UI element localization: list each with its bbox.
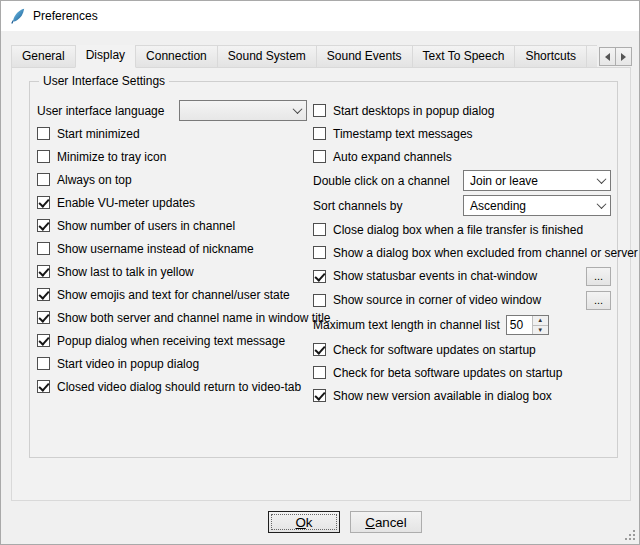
checkbox-label: Start video in popup dialog (57, 357, 199, 371)
ok-button[interactable]: Ok (268, 511, 340, 533)
tab-connection[interactable]: Connection (135, 45, 218, 68)
checkbox-box[interactable] (313, 389, 326, 402)
user-interface-settings-group: User Interface Settings User interface l… (29, 81, 618, 458)
max-text-length-spinner[interactable]: 50 ▲ ▼ (506, 315, 549, 335)
checkbox-box[interactable] (37, 357, 50, 370)
checkbox-box[interactable] (313, 294, 326, 307)
checkbox-start-minimized[interactable]: Start minimized (37, 122, 309, 145)
checkbox-label: Close dialog box when a file transfer is… (333, 223, 583, 237)
chevron-down-icon (288, 101, 306, 120)
checkbox-label: Show a dialog box when excluded from cha… (333, 246, 638, 260)
left-column: User interface language Start minimized … (37, 99, 309, 457)
checkbox-timestamp-text-messages[interactable]: Timestamp text messages (313, 122, 613, 145)
checkbox-box[interactable] (37, 288, 50, 301)
checkbox-box[interactable] (37, 242, 50, 255)
checkbox-auto-expand-channels[interactable]: Auto expand channels (313, 145, 613, 168)
sort-channels-dropdown[interactable]: Ascending (463, 195, 611, 216)
checkbox-always-on-top[interactable]: Always on top (37, 168, 309, 191)
max-text-length-label: Maximum text length in channel list (313, 318, 500, 332)
checkbox-box[interactable] (37, 196, 50, 209)
sort-channels-dropdown-value: Ascending (464, 199, 592, 213)
checkbox-box[interactable] (37, 173, 50, 186)
checkbox-label: Show both server and channel name in win… (57, 311, 331, 325)
max-text-length-row: Maximum text length in channel list 50 ▲… (313, 312, 613, 338)
checkbox-box[interactable] (313, 104, 326, 117)
checkbox-show-server-and-channel-in-title[interactable]: Show both server and channel name in win… (37, 306, 309, 329)
tab-text-to-speech[interactable]: Text To Speech (412, 45, 516, 68)
tab-video[interactable]: Video (586, 45, 597, 68)
spinner-down-icon[interactable]: ▼ (533, 325, 548, 335)
tab-general[interactable]: General (11, 45, 76, 68)
cancel-button[interactable]: Cancel (350, 511, 422, 533)
checkbox-show-last-to-talk-in-yellow[interactable]: Show last to talk in yellow (37, 260, 309, 283)
checkbox-box[interactable] (37, 265, 50, 278)
preferences-window: Preferences General Display Connection S… (0, 0, 640, 545)
checkbox-label: Auto expand channels (333, 150, 452, 164)
checkbox-box[interactable] (313, 246, 326, 259)
checkbox-label: Show new version available in dialog box (333, 389, 552, 403)
checkbox-box[interactable] (313, 270, 326, 283)
spinner-up-icon[interactable]: ▲ (533, 316, 548, 325)
checkbox-close-dialog-on-file-transfer-finished[interactable]: Close dialog box when a file transfer is… (313, 218, 613, 241)
statusbar-events-browse-button[interactable]: ... (586, 267, 611, 286)
checkbox-closed-video-return-to-video-tab[interactable]: Closed video dialog should return to vid… (37, 375, 309, 398)
checkbox-show-emojis-and-text-for-state[interactable]: Show emojis and text for channel/user st… (37, 283, 309, 306)
tab-scroll-control (600, 47, 632, 66)
checkbox-box[interactable] (37, 380, 50, 393)
titlebar[interactable]: Preferences (1, 1, 639, 31)
checkbox-enable-vu-meter-updates[interactable]: Enable VU-meter updates (37, 191, 309, 214)
chevron-down-icon (592, 196, 610, 215)
checkbox-box[interactable] (37, 334, 50, 347)
language-label: User interface language (37, 104, 164, 118)
tab-scroll-left-button[interactable] (599, 47, 616, 66)
checkbox-show-source-in-corner-of-video-window[interactable]: Show source in corner of video window ..… (313, 288, 613, 312)
double-click-row: Double click on a channel Join or leave (313, 168, 613, 193)
checkbox-minimize-to-tray-icon[interactable]: Minimize to tray icon (37, 145, 309, 168)
checkbox-label: Show statusbar events in chat-window (333, 269, 537, 283)
checkbox-box[interactable] (37, 127, 50, 140)
checkbox-check-for-software-updates[interactable]: Check for software updates on startup (313, 338, 613, 361)
checkbox-show-number-of-users-in-channel[interactable]: Show number of users in channel (37, 214, 309, 237)
checkbox-box[interactable] (37, 311, 50, 324)
checkbox-box[interactable] (313, 366, 326, 379)
checkbox-start-desktops-in-popup-dialog[interactable]: Start desktops in popup dialog (313, 99, 613, 122)
resize-grip[interactable] (623, 528, 636, 541)
checkbox-box[interactable] (37, 219, 50, 232)
checkbox-box[interactable] (313, 223, 326, 236)
double-click-dropdown[interactable]: Join or leave (463, 170, 611, 191)
checkbox-box[interactable] (313, 343, 326, 356)
tab-shortcuts[interactable]: Shortcuts (514, 45, 587, 68)
language-dropdown[interactable] (179, 100, 307, 121)
checkbox-start-video-in-popup-dialog[interactable]: Start video in popup dialog (37, 352, 309, 375)
checkbox-label: Show username instead of nickname (57, 242, 254, 256)
tab-sound-events[interactable]: Sound Events (316, 45, 413, 68)
tab-scroll-right-button[interactable] (615, 47, 632, 66)
checkbox-show-dialog-when-excluded[interactable]: Show a dialog box when excluded from cha… (313, 241, 613, 264)
checkbox-show-statusbar-events-in-chat-window[interactable]: Show statusbar events in chat-window ... (313, 264, 613, 288)
video-source-browse-button[interactable]: ... (586, 291, 611, 310)
checkbox-label: Show last to talk in yellow (57, 265, 194, 279)
sort-channels-row: Sort channels by Ascending (313, 193, 613, 218)
teamtalk-feather-icon (10, 8, 26, 24)
checkbox-label: Popup dialog when receiving text message (57, 334, 285, 348)
tab-bar: General Display Connection Sound System … (11, 45, 597, 68)
checkbox-box[interactable] (37, 150, 50, 163)
checkbox-show-username-instead-of-nickname[interactable]: Show username instead of nickname (37, 237, 309, 260)
dialog-buttons: Ok Cancel (1, 511, 639, 533)
checkbox-label: Start minimized (57, 127, 140, 141)
tab-sound-system[interactable]: Sound System (217, 45, 317, 68)
checkbox-box[interactable] (313, 150, 326, 163)
checkbox-box[interactable] (313, 127, 326, 140)
checkbox-label: Check for beta software updates on start… (333, 366, 562, 380)
language-row: User interface language (37, 99, 309, 122)
checkbox-label: Enable VU-meter updates (57, 196, 195, 210)
tab-display[interactable]: Display (75, 45, 136, 68)
checkbox-popup-dialog-on-text-message[interactable]: Popup dialog when receiving text message (37, 329, 309, 352)
chevron-down-icon (592, 171, 610, 190)
max-text-length-value: 50 (507, 316, 532, 334)
checkbox-label: Check for software updates on startup (333, 343, 536, 357)
checkbox-show-new-version-available[interactable]: Show new version available in dialog box (313, 384, 613, 407)
sort-channels-label: Sort channels by (313, 199, 402, 213)
checkbox-check-for-beta-updates[interactable]: Check for beta software updates on start… (313, 361, 613, 384)
right-arrow-icon (621, 53, 626, 61)
